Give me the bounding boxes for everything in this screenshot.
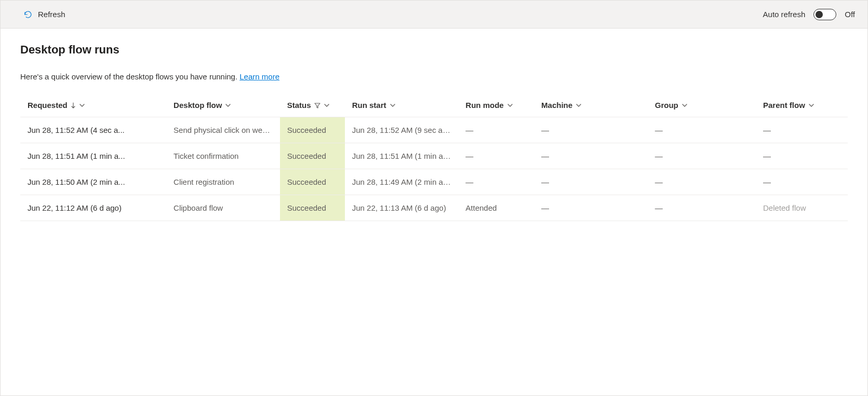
header-label: Run mode xyxy=(465,101,503,110)
chevron-down-icon xyxy=(682,102,688,108)
column-header-run-start[interactable]: Run start xyxy=(345,94,459,117)
runs-table: Requested Desktop flow xyxy=(20,94,848,221)
cell-parent-flow: — xyxy=(756,143,848,169)
refresh-label: Refresh xyxy=(38,10,65,19)
toolbar: Refresh Auto refresh Off xyxy=(1,1,867,29)
table-row[interactable]: Jun 22, 11:12 AM (6 d ago)Clipboard flow… xyxy=(20,195,848,221)
cell-parent-flow: Deleted flow xyxy=(756,195,848,221)
chevron-down-icon xyxy=(507,102,513,108)
chevron-down-icon xyxy=(390,102,396,108)
cell-status: Succeeded xyxy=(280,117,345,143)
refresh-button[interactable]: Refresh xyxy=(23,10,65,19)
cell-machine: — xyxy=(534,169,648,195)
header-label: Group xyxy=(655,101,678,110)
chevron-down-icon xyxy=(576,102,582,108)
auto-refresh-state: Off xyxy=(845,10,855,19)
cell-run-mode: — xyxy=(458,143,534,169)
cell-desktop-flow: Ticket confirmation xyxy=(166,143,280,169)
table-row[interactable]: Jun 28, 11:50 AM (2 min a...Client regis… xyxy=(20,169,848,195)
cell-parent-flow: — xyxy=(756,169,848,195)
toggle-knob xyxy=(816,11,823,18)
cell-parent-flow: — xyxy=(756,117,848,143)
column-header-requested[interactable]: Requested xyxy=(20,94,166,117)
cell-desktop-flow: Client registration xyxy=(166,169,280,195)
refresh-icon xyxy=(23,10,33,19)
column-header-status[interactable]: Status xyxy=(280,94,345,117)
header-label: Run start xyxy=(352,101,386,110)
column-header-group[interactable]: Group xyxy=(648,94,756,117)
cell-requested: Jun 28, 11:50 AM (2 min a... xyxy=(20,169,166,195)
header-label: Status xyxy=(287,101,311,110)
auto-refresh-toggle[interactable] xyxy=(813,9,836,20)
cell-requested: Jun 22, 11:12 AM (6 d ago) xyxy=(20,195,166,221)
cell-group: — xyxy=(648,143,756,169)
cell-machine: — xyxy=(534,117,648,143)
table-row[interactable]: Jun 28, 11:52 AM (4 sec a...Send physica… xyxy=(20,117,848,143)
cell-run-start: Jun 28, 11:49 AM (2 min ago) xyxy=(345,169,459,195)
column-header-desktop-flow[interactable]: Desktop flow xyxy=(166,94,280,117)
content-area: Desktop flow runs Here's a quick overvie… xyxy=(1,29,867,236)
column-header-parent-flow[interactable]: Parent flow xyxy=(756,94,848,117)
cell-run-mode: — xyxy=(458,169,534,195)
page-subtitle: Here's a quick overview of the desktop f… xyxy=(20,72,848,81)
chevron-down-icon xyxy=(225,102,231,108)
cell-status: Succeeded xyxy=(280,143,345,169)
chevron-down-icon xyxy=(808,102,814,108)
column-header-run-mode[interactable]: Run mode xyxy=(458,94,534,117)
header-label: Parent flow xyxy=(763,101,805,110)
sort-desc-icon xyxy=(71,102,76,108)
auto-refresh-control: Auto refresh Off xyxy=(763,9,855,20)
cell-run-start: Jun 22, 11:13 AM (6 d ago) xyxy=(345,195,459,221)
cell-requested: Jun 28, 11:51 AM (1 min a... xyxy=(20,143,166,169)
cell-status: Succeeded xyxy=(280,195,345,221)
cell-group: — xyxy=(648,195,756,221)
column-header-machine[interactable]: Machine xyxy=(534,94,648,117)
auto-refresh-label: Auto refresh xyxy=(763,10,806,19)
cell-run-mode: — xyxy=(458,117,534,143)
filter-icon xyxy=(314,102,321,108)
cell-run-mode: Attended xyxy=(458,195,534,221)
cell-requested: Jun 28, 11:52 AM (4 sec a... xyxy=(20,117,166,143)
header-label: Requested xyxy=(28,101,68,110)
header-label: Machine xyxy=(541,101,572,110)
header-label: Desktop flow xyxy=(173,101,222,110)
learn-more-link[interactable]: Learn more xyxy=(239,72,279,81)
cell-group: — xyxy=(648,117,756,143)
cell-desktop-flow: Send physical click on web e... xyxy=(166,117,280,143)
chevron-down-icon xyxy=(79,102,85,108)
subtitle-text: Here's a quick overview of the desktop f… xyxy=(20,72,239,81)
cell-run-start: Jun 28, 11:52 AM (9 sec ago) xyxy=(345,117,459,143)
cell-desktop-flow: Clipboard flow xyxy=(166,195,280,221)
cell-group: — xyxy=(648,169,756,195)
cell-run-start: Jun 28, 11:51 AM (1 min ago) xyxy=(345,143,459,169)
cell-machine: — xyxy=(534,143,648,169)
cell-machine: — xyxy=(534,195,648,221)
page-title: Desktop flow runs xyxy=(20,43,848,57)
table-row[interactable]: Jun 28, 11:51 AM (1 min a...Ticket confi… xyxy=(20,143,848,169)
cell-status: Succeeded xyxy=(280,169,345,195)
chevron-down-icon xyxy=(324,102,330,108)
